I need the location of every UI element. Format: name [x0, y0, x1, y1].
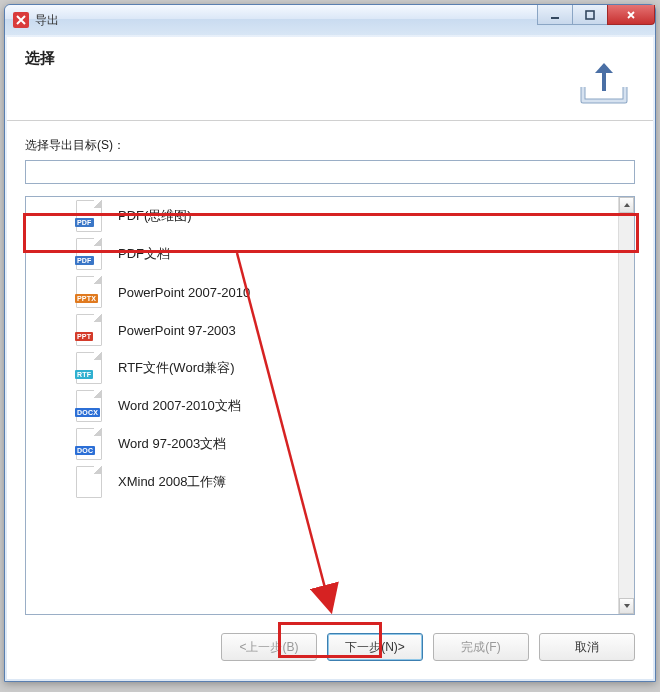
list-item[interactable]: PDFPDF(思维图) — [76, 197, 618, 235]
list-item[interactable]: PPTPowerPoint 97-2003 — [76, 311, 618, 349]
scrollbar[interactable] — [618, 197, 634, 614]
export-icon — [577, 55, 631, 109]
back-button[interactable]: <上一步(B) — [221, 633, 317, 661]
close-button[interactable] — [607, 5, 655, 25]
scroll-down-icon[interactable] — [619, 598, 634, 614]
list-item-label: PDF文档 — [118, 245, 170, 263]
file-badge: DOCX — [75, 408, 100, 417]
file-icon: RTF — [76, 352, 102, 384]
list-item-label: PowerPoint 97-2003 — [118, 323, 236, 338]
file-badge: PPT — [75, 332, 93, 341]
button-row: <上一步(B) 下一步(N)> 完成(F) 取消 — [7, 615, 653, 679]
list-item-label: Word 97-2003文档 — [118, 435, 226, 453]
list-item[interactable]: PPTXPowerPoint 2007-2010 — [76, 273, 618, 311]
dialog-body: 选择导出目标(S)： PDFPDF(思维图)PDFPDF文档PPTXPowerP… — [7, 121, 653, 615]
target-list: PDFPDF(思维图)PDFPDF文档PPTXPowerPoint 2007-2… — [25, 196, 635, 615]
file-badge: DOC — [75, 446, 95, 455]
list-item-label: PDF(思维图) — [118, 207, 192, 225]
maximize-button[interactable] — [572, 5, 608, 25]
window-title: 导出 — [35, 12, 59, 29]
list-item[interactable]: DOCWord 97-2003文档 — [76, 425, 618, 463]
file-icon: PPT — [76, 314, 102, 346]
file-icon: PPTX — [76, 276, 102, 308]
file-badge: PDF — [75, 256, 94, 265]
file-badge: PDF — [75, 218, 94, 227]
window-controls — [538, 5, 655, 25]
file-icon: DOCX — [76, 390, 102, 422]
file-icon: PDF — [76, 200, 102, 232]
list-item[interactable]: XMind 2008工作簿 — [76, 463, 618, 501]
file-icon: DOC — [76, 428, 102, 460]
list-item[interactable]: RTFRTF文件(Word兼容) — [76, 349, 618, 387]
svg-rect-1 — [586, 11, 594, 19]
list-item[interactable]: DOCXWord 2007-2010文档 — [76, 387, 618, 425]
scroll-up-icon[interactable] — [619, 197, 634, 213]
list-item[interactable]: PDFPDF文档 — [76, 235, 618, 273]
list-item-label: XMind 2008工作簿 — [118, 473, 226, 491]
svg-rect-0 — [551, 17, 559, 19]
next-button[interactable]: 下一步(N)> — [327, 633, 423, 661]
target-label: 选择导出目标(S)： — [25, 137, 635, 154]
minimize-button[interactable] — [537, 5, 573, 25]
file-badge: PPTX — [75, 294, 98, 303]
list-item-label: RTF文件(Word兼容) — [118, 359, 235, 377]
client-area: 选择 选择导出目标(S)： PDFPDF(思维图)PDFPDF文档PPTXPow… — [7, 37, 653, 679]
list-item-label: Word 2007-2010文档 — [118, 397, 241, 415]
export-dialog: 导出 选择 选择导出 — [4, 4, 656, 682]
list-item-label: PowerPoint 2007-2010 — [118, 285, 250, 300]
search-input[interactable] — [25, 160, 635, 184]
dialog-header: 选择 — [7, 37, 653, 121]
file-badge: RTF — [75, 370, 93, 379]
file-icon — [76, 466, 102, 498]
titlebar[interactable]: 导出 — [5, 5, 655, 35]
file-icon: PDF — [76, 238, 102, 270]
header-title: 选择 — [25, 49, 635, 68]
app-icon — [13, 12, 29, 28]
finish-button[interactable]: 完成(F) — [433, 633, 529, 661]
cancel-button[interactable]: 取消 — [539, 633, 635, 661]
